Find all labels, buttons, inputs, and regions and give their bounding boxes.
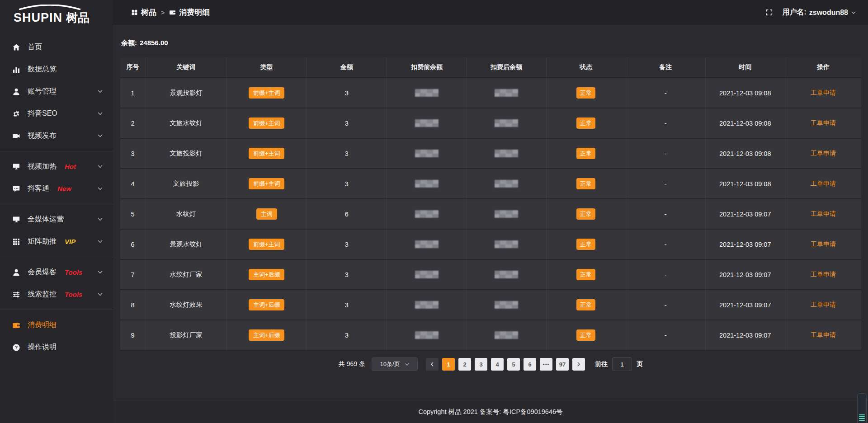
cell-index: 6 bbox=[120, 230, 146, 260]
chat-icon bbox=[12, 184, 21, 193]
cell-type: 前缀+主词 bbox=[227, 139, 307, 169]
masked-value bbox=[415, 210, 439, 218]
sidebar-item-label: 视频加热 bbox=[28, 162, 57, 171]
sliders-icon bbox=[12, 290, 21, 299]
gear-icon bbox=[12, 109, 21, 118]
column-header: 类型 bbox=[227, 57, 307, 78]
cell-status: 正常 bbox=[547, 260, 626, 290]
column-header: 金额 bbox=[307, 57, 387, 78]
sidebar-item-home[interactable]: 首页 bbox=[0, 36, 113, 58]
cell-type: 前缀+主词 bbox=[227, 169, 307, 199]
breadcrumb-home[interactable]: 树品 bbox=[131, 7, 156, 18]
sidebar-item-consumption-detail[interactable]: 消费明细 bbox=[0, 314, 113, 336]
chevron-down-icon bbox=[97, 133, 103, 139]
sidebar-item-video-heat[interactable]: 视频加热Hot bbox=[0, 155, 113, 178]
sidebar-item-member-burst[interactable]: 会员爆客Tools bbox=[0, 261, 113, 283]
sidebar-item-label: 会员爆客 bbox=[28, 268, 57, 277]
cell-action: 工单申请 bbox=[785, 139, 861, 169]
cell-status: 正常 bbox=[547, 139, 626, 169]
page-button-2[interactable]: 2 bbox=[458, 358, 471, 371]
wallet-icon bbox=[12, 321, 21, 330]
page-button-3[interactable]: 3 bbox=[475, 358, 487, 371]
goto-suffix: 页 bbox=[637, 360, 643, 368]
column-header: 关键词 bbox=[146, 57, 227, 78]
status-badge: 正常 bbox=[576, 329, 595, 341]
column-header: 扣费后余额 bbox=[467, 57, 546, 78]
sidebar-item-matrix-boost[interactable]: 矩阵助推VIP bbox=[0, 230, 113, 253]
chevron-down-icon bbox=[97, 89, 103, 94]
sidebar-item-video-publish[interactable]: 视频发布 bbox=[0, 125, 113, 147]
username-value: zswodun88 bbox=[809, 9, 848, 17]
breadcrumb-consumption[interactable]: 消费明细 bbox=[169, 7, 210, 18]
status-badge: 正常 bbox=[576, 239, 595, 250]
prev-page-button[interactable] bbox=[426, 358, 439, 371]
cell-time: 2021-12-03 09:07 bbox=[706, 230, 785, 260]
masked-value bbox=[495, 331, 518, 339]
sidebar-item-operation-guide[interactable]: ?操作说明 bbox=[0, 336, 113, 358]
user-menu[interactable]: 用户名: zswodun88 bbox=[782, 8, 856, 17]
cell-time: 2021-12-03 09:08 bbox=[706, 169, 785, 199]
fullscreen-icon[interactable] bbox=[765, 9, 773, 16]
work-order-link[interactable]: 工单申请 bbox=[811, 331, 836, 338]
next-page-button[interactable] bbox=[572, 358, 585, 371]
status-badge: 正常 bbox=[576, 208, 595, 220]
cell-amount: 3 bbox=[307, 260, 387, 290]
sidebar-item-douketong[interactable]: 抖客通New bbox=[0, 178, 113, 200]
cell-action: 工单申请 bbox=[785, 199, 861, 230]
work-order-link[interactable]: 工单申请 bbox=[811, 271, 836, 278]
cell-post-balance bbox=[467, 169, 546, 199]
cell-keyword: 景观投影灯 bbox=[146, 78, 227, 108]
chevron-down-icon bbox=[405, 362, 410, 367]
page-button-5[interactable]: 5 bbox=[507, 358, 520, 371]
breadcrumb-label: 树品 bbox=[141, 7, 156, 18]
topbar: 树品 > 消费明细 用户名: zswodun88 bbox=[113, 0, 868, 25]
cell-action: 工单申请 bbox=[785, 290, 861, 320]
column-header: 扣费前余额 bbox=[387, 57, 467, 78]
cell-remark: - bbox=[626, 230, 706, 260]
work-order-link[interactable]: 工单申请 bbox=[811, 240, 836, 248]
sidebar-item-account-management[interactable]: 账号管理 bbox=[0, 80, 113, 103]
chevron-down-icon bbox=[97, 186, 103, 192]
cell-remark: - bbox=[626, 139, 706, 169]
sidebar-item-label: 抖客通 bbox=[28, 184, 49, 193]
balance: 余额:24856.00 bbox=[121, 39, 861, 47]
sidebar-item-data-overview[interactable]: 数据总览 bbox=[0, 58, 113, 80]
sidebar-item-label: 首页 bbox=[28, 42, 42, 52]
status-badge: 正常 bbox=[576, 148, 595, 159]
cell-action: 工单申请 bbox=[785, 108, 861, 139]
sidebar-item-douyin-seo[interactable]: 抖音SEO bbox=[0, 103, 113, 125]
page-size-select[interactable]: 10条/页 bbox=[372, 357, 418, 371]
work-order-link[interactable]: 工单申请 bbox=[811, 180, 836, 187]
username-label: 用户名: bbox=[782, 8, 806, 17]
status-badge: 正常 bbox=[576, 118, 595, 129]
grid-icon bbox=[12, 237, 21, 246]
cell-amount: 3 bbox=[307, 230, 387, 260]
cell-post-balance bbox=[467, 78, 546, 108]
monitor-icon bbox=[12, 215, 21, 224]
goto-page-input[interactable] bbox=[612, 357, 632, 371]
work-order-link[interactable]: 工单申请 bbox=[811, 119, 836, 127]
page-more-button[interactable]: ••• bbox=[540, 358, 552, 371]
chevron-right-icon bbox=[576, 362, 581, 367]
cell-index: 4 bbox=[120, 169, 146, 199]
table-row: 1景观投影灯前缀+主词3正常-2021-12-03 09:08工单申请 bbox=[120, 78, 861, 108]
video-icon bbox=[12, 132, 21, 141]
work-order-link[interactable]: 工单申请 bbox=[811, 301, 836, 308]
main-area: 树品 > 消费明细 用户名: zswodun88 余额:24856.00 bbox=[113, 0, 868, 423]
cell-keyword: 文旅投影灯 bbox=[146, 139, 227, 169]
sidebar-item-media-operation[interactable]: 全媒体运营 bbox=[0, 208, 113, 230]
chevron-down-icon bbox=[97, 216, 103, 222]
work-order-link[interactable]: 工单申请 bbox=[811, 210, 836, 217]
sidebar-item-lead-monitor[interactable]: 线索监控Tools bbox=[0, 283, 113, 306]
cell-action: 工单申请 bbox=[785, 260, 861, 290]
page-button-4[interactable]: 4 bbox=[491, 358, 504, 371]
page-button-97[interactable]: 97 bbox=[556, 358, 569, 371]
cell-post-balance bbox=[467, 108, 546, 139]
page-button-6[interactable]: 6 bbox=[524, 358, 536, 371]
floating-widget[interactable] bbox=[857, 393, 867, 423]
page-button-1[interactable]: 1 bbox=[442, 358, 455, 371]
logo-text-cn: 树品 bbox=[66, 10, 90, 26]
work-order-link[interactable]: 工单申请 bbox=[811, 150, 836, 157]
work-order-link[interactable]: 工单申请 bbox=[811, 89, 836, 96]
sidebar-item-badge: VIP bbox=[65, 238, 75, 245]
